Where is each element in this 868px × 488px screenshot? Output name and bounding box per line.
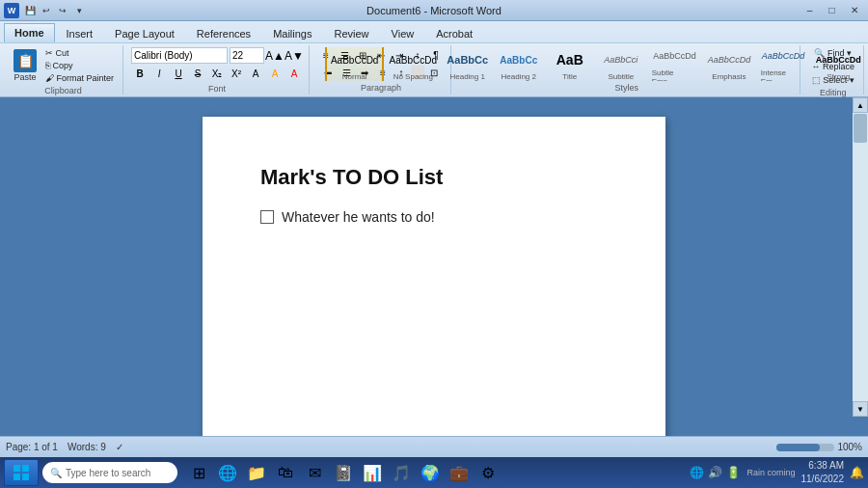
tray-network-icon[interactable]: 🌐: [690, 466, 704, 479]
tab-home[interactable]: Home: [4, 23, 55, 42]
font-row-1: A▲ A▼: [131, 47, 303, 64]
qa-redo[interactable]: ↪: [56, 4, 69, 17]
shrink-font-button[interactable]: A▼: [285, 47, 303, 64]
style-normal-preview: AaBbCcDd: [331, 47, 378, 72]
qa-menu[interactable]: ▾: [72, 4, 86, 17]
highlight-button[interactable]: A: [266, 66, 284, 82]
tab-page-layout[interactable]: Page Layout: [104, 23, 185, 42]
ribbon-content: 📋 Paste ✂ Cut ⎘ Copy 🖌 Format Painter Cl…: [0, 42, 868, 96]
find-button[interactable]: 🔍 Find ▾: [811, 47, 854, 59]
system-clock: 6:38 AM 11/6/2022: [801, 459, 845, 486]
paste-icon: 📋: [14, 49, 37, 72]
start-button[interactable]: [4, 459, 39, 486]
style-subtitle[interactable]: AaBbCci Subtitle: [596, 47, 646, 81]
copy-button[interactable]: ⎘ Copy: [42, 60, 117, 71]
taskbar-edge[interactable]: 🌐: [214, 459, 241, 486]
style-emphasis[interactable]: AaBbCcDd Emphasis: [703, 47, 755, 81]
notification-bell-icon[interactable]: 🔔: [850, 466, 864, 479]
scroll-down-arrow[interactable]: ▼: [853, 401, 868, 417]
vertical-scrollbar[interactable]: ▲ ▼: [853, 97, 868, 417]
font-name-input[interactable]: [131, 47, 228, 64]
taskbar-task-view[interactable]: ⊞: [185, 459, 212, 486]
style-subtle-em-preview: AaBbCcDd: [653, 47, 696, 68]
taskbar-settings[interactable]: ⚙: [475, 459, 502, 486]
font-size-input[interactable]: [230, 47, 264, 64]
todo-checkbox-1[interactable]: [260, 210, 274, 224]
close-button[interactable]: ✕: [844, 3, 864, 18]
cut-button[interactable]: ✂ Cut: [42, 47, 117, 59]
clipboard-group-content: 📋 Paste ✂ Cut ⎘ Copy 🖌 Format Painter: [10, 47, 117, 84]
style-title[interactable]: AaB Title: [545, 47, 595, 81]
grow-font-button[interactable]: A▲: [266, 47, 284, 64]
strikethrough-button[interactable]: S: [189, 66, 206, 82]
taskbar-chrome[interactable]: 🌍: [417, 459, 444, 486]
status-right: 100%: [776, 442, 862, 452]
clipboard-label: Clipboard: [44, 84, 82, 95]
windows-logo: [13, 464, 30, 481]
maximize-button[interactable]: □: [822, 3, 842, 18]
paste-label: Paste: [14, 72, 36, 82]
ribbon-tabs: Home Insert Page Layout References Maili…: [0, 21, 868, 42]
scroll-thumb[interactable]: [854, 114, 867, 143]
bold-button[interactable]: B: [131, 66, 149, 82]
replace-button[interactable]: ↔ Replace: [808, 61, 857, 72]
style-title-preview: AaB: [556, 47, 583, 72]
scroll-up-arrow[interactable]: ▲: [853, 97, 868, 113]
window-title: Document6 - Microsoft Word: [366, 5, 502, 16]
clipboard-group: 📋 Paste ✂ Cut ⎘ Copy 🖌 Format Painter Cl…: [4, 45, 123, 95]
taskbar-mail[interactable]: ✉: [301, 459, 328, 486]
taskbar-teams[interactable]: 💼: [446, 459, 473, 486]
paste-button[interactable]: 📋 Paste: [10, 47, 41, 84]
page-info: Page: 1 of 1: [6, 442, 58, 452]
taskbar-onenote[interactable]: 📓: [330, 459, 357, 486]
notification-area: Rain coming: [746, 468, 795, 477]
style-normal[interactable]: AaBbCcDd Normal: [325, 47, 384, 81]
style-heading1[interactable]: AaBbCc Heading 1: [443, 47, 493, 81]
minimize-button[interactable]: –: [800, 3, 820, 18]
tab-references[interactable]: References: [186, 23, 261, 42]
status-left: Page: 1 of 1 Words: 9 ✓: [6, 442, 123, 452]
style-no-spacing[interactable]: AaBbCcDd No Spacing: [385, 47, 442, 81]
svg-rect-0: [14, 465, 20, 472]
text-effects-button[interactable]: A: [247, 66, 264, 82]
style-heading2-preview: AaBbCc: [500, 47, 537, 72]
small-buttons: ✂ Cut ⎘ Copy 🖌 Format Painter: [42, 47, 117, 84]
font-row-2: B I U S X₂ X² A A A: [131, 66, 303, 82]
weather-text: Rain coming: [746, 468, 795, 477]
style-subtle-em-label: Subtle Emp...: [652, 68, 697, 82]
taskbar-explorer[interactable]: 📁: [243, 459, 270, 486]
tab-insert[interactable]: Insert: [56, 23, 104, 42]
format-painter-button[interactable]: 🖌 Format Painter: [42, 72, 117, 84]
qa-save[interactable]: 💾: [23, 4, 37, 17]
style-heading2[interactable]: AaBbCc Heading 2: [494, 47, 544, 81]
taskbar-music[interactable]: 🎵: [388, 459, 415, 486]
tab-acrobat[interactable]: Acrobat: [425, 23, 483, 42]
font-color-button[interactable]: A: [285, 66, 303, 82]
tab-view[interactable]: View: [381, 23, 425, 42]
subscript-button[interactable]: X₂: [208, 66, 226, 82]
document-page[interactable]: Mark's TO DO List Whatever he wants to d…: [203, 117, 665, 436]
select-button[interactable]: ⬚ Select ▾: [809, 74, 857, 86]
tab-review[interactable]: Review: [323, 23, 379, 42]
tray-sound-icon[interactable]: 🔊: [708, 466, 722, 479]
taskbar-store[interactable]: 🛍: [272, 459, 299, 486]
taskbar-excel[interactable]: 📊: [359, 459, 386, 486]
quick-access-toolbar: 💾 ↩ ↪ ▾: [23, 4, 86, 17]
scroll-track[interactable]: [853, 113, 868, 401]
search-bar[interactable]: 🔍 Type here to search: [42, 462, 177, 483]
superscript-button[interactable]: X²: [228, 66, 245, 82]
style-title-label: Title: [562, 72, 577, 81]
style-heading1-preview: AaBbCc: [447, 47, 488, 72]
style-subtitle-label: Subtitle: [608, 72, 634, 81]
zoom-bar[interactable]: [776, 444, 834, 451]
underline-button[interactable]: U: [170, 66, 187, 82]
tray-battery-icon[interactable]: 🔋: [726, 466, 741, 479]
search-icon: 🔍: [50, 468, 62, 478]
style-subtle-em[interactable]: AaBbCcDd Subtle Emp...: [647, 47, 702, 81]
qa-undo[interactable]: ↩: [40, 4, 53, 17]
italic-button[interactable]: I: [150, 66, 168, 82]
editing-group-content: 🔍 Find ▾ ↔ Replace ⬚ Select ▾: [808, 47, 857, 86]
tab-mailings[interactable]: Mailings: [262, 23, 322, 42]
zoom-fill: [776, 444, 820, 451]
spelling-check-icon[interactable]: ✓: [116, 442, 123, 452]
